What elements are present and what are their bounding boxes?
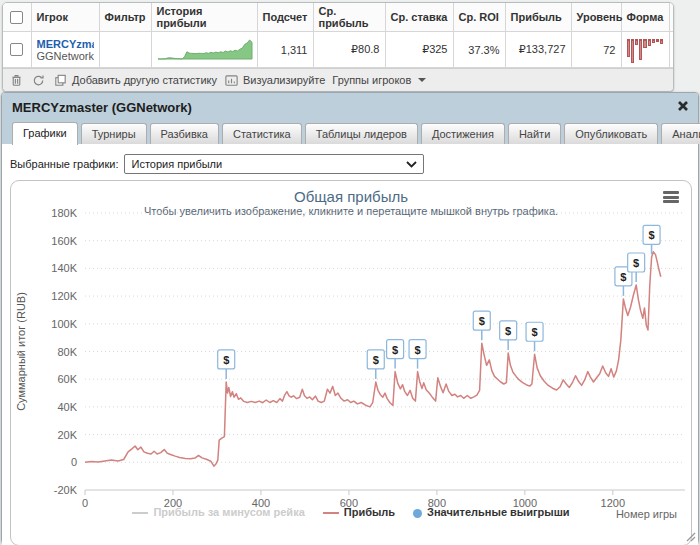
select-all-checkbox[interactable] <box>10 11 23 24</box>
column-header-filter[interactable]: Фильтр <box>99 3 151 32</box>
legend-item-wins[interactable]: Значительные выигрыши <box>413 506 570 518</box>
visualize-button[interactable]: Визуализируйте <box>224 73 325 88</box>
form-bar <box>631 39 634 63</box>
column-header-profit[interactable]: Прибыль <box>505 3 571 32</box>
column-header-avg-stake[interactable]: Ср. ставка <box>385 3 453 32</box>
svg-text:140K: 140K <box>51 262 77 274</box>
significant-win-marker[interactable]: $ <box>218 350 235 379</box>
form-bar <box>652 39 655 43</box>
avg-profit-cell: ₽80.8 <box>313 32 385 68</box>
add-stat-button[interactable]: Добавить другую статистику <box>53 73 217 88</box>
tab-таблицы-лидеров[interactable]: Таблицы лидеров <box>305 123 418 144</box>
tab-разбивка[interactable]: Разбивка <box>150 123 219 144</box>
tab-достижения[interactable]: Достижения <box>421 123 505 144</box>
panel-body: Выбранные графики: История прибыли Общая… <box>2 144 698 545</box>
x-axis-title: Номер игры <box>616 508 677 520</box>
tab-опубликовать[interactable]: Опубликовать <box>564 123 658 144</box>
player-groups-label: Группы игроков <box>332 74 411 86</box>
select-all-header <box>3 3 31 32</box>
significant-win-marker[interactable]: $ <box>500 321 517 350</box>
column-header-level[interactable]: Уровень <box>571 3 621 32</box>
chart-select-row: Выбранные графики: История прибыли <box>10 152 690 180</box>
svg-text:60K: 60K <box>57 373 77 385</box>
column-header-form[interactable]: Форма <box>621 3 669 32</box>
legend-item-profit[interactable]: Прибыль <box>323 506 395 518</box>
svg-text:100K: 100K <box>51 318 77 330</box>
svg-text:$: $ <box>223 354 229 366</box>
tab-графики[interactable]: Графики <box>12 122 78 145</box>
form-bar <box>627 39 630 57</box>
svg-text:$: $ <box>505 325 511 337</box>
add-stat-icon <box>53 73 68 88</box>
legend-dot-icon <box>413 509 422 518</box>
tab-статистика[interactable]: Статистика <box>222 123 302 144</box>
player-stats-widget: ИгрокФильтрИстория прибылиПодсчетСр. при… <box>2 2 674 92</box>
tab-турниры[interactable]: Турниры <box>81 123 147 144</box>
chart-type-select[interactable]: История прибыли <box>124 154 424 174</box>
form-cell <box>621 32 669 68</box>
svg-text:$: $ <box>633 257 639 269</box>
svg-text:$: $ <box>392 344 398 356</box>
significant-win-marker[interactable]: $ <box>473 311 490 340</box>
svg-text:0: 0 <box>71 456 77 468</box>
significant-win-marker[interactable]: $ <box>526 322 543 351</box>
svg-text:120K: 120K <box>51 290 77 302</box>
svg-text:-20K: -20K <box>54 484 78 496</box>
row-select-cell <box>3 32 31 68</box>
column-header-count[interactable]: Подсчет <box>257 3 313 32</box>
svg-text:160K: 160K <box>51 235 77 247</box>
form-bar <box>656 39 659 42</box>
column-header-avg-profit[interactable]: Ср. прибыль <box>313 3 385 32</box>
player-groups-dropdown[interactable]: Группы игроков <box>332 74 426 86</box>
refresh-icon[interactable] <box>31 73 46 88</box>
row-checkbox[interactable] <box>10 43 23 56</box>
svg-text:40K: 40K <box>57 401 77 413</box>
column-header-remove[interactable] <box>669 3 674 32</box>
filter-cell <box>99 32 151 68</box>
form-bar <box>639 39 642 60</box>
close-icon[interactable] <box>677 100 689 112</box>
significant-win-marker[interactable]: $ <box>367 350 384 379</box>
column-header-player[interactable]: Игрок <box>31 3 99 32</box>
chart-plot-area[interactable]: -20K020K40K60K80K100K120K140K160K180K020… <box>11 181 693 545</box>
tab-найти[interactable]: Найти <box>508 123 561 144</box>
avg-stake-cell: ₽325 <box>385 32 453 68</box>
profit-history-cell <box>151 32 257 68</box>
player-name-link[interactable]: MERCYzmaster <box>37 38 94 50</box>
trash-icon[interactable] <box>9 73 24 88</box>
significant-win-marker[interactable]: $ <box>643 225 660 254</box>
svg-text:$: $ <box>620 271 626 283</box>
selected-charts-label: Выбранные графики: <box>10 158 118 170</box>
legend-item-rake[interactable]: Прибыль за минусом рейка <box>132 506 304 518</box>
avg-roi-cell: 37.3% <box>453 32 505 68</box>
player-cell: MERCYzmaster GGNetwork <box>31 32 99 68</box>
tab-strip: ГрафикиТурнирыРазбивкаСтатистикаТаблицы … <box>10 121 690 144</box>
tab-аналитика[interactable]: Аналитика <box>661 123 700 144</box>
svg-text:$: $ <box>479 315 485 327</box>
visualize-label: Визуализируйте <box>243 74 325 86</box>
caret-down-icon <box>418 78 426 82</box>
stats-toolbar: Добавить другую статистику Визуализируйт… <box>3 68 673 91</box>
panel-title: MERCYzmaster (GGNetwork) <box>10 98 690 121</box>
column-header-profit-history[interactable]: История прибыли <box>151 3 257 32</box>
significant-win-marker[interactable]: $ <box>409 340 426 369</box>
svg-text:80K: 80K <box>57 346 77 358</box>
form-bar <box>643 39 646 48</box>
form-bar <box>635 39 638 45</box>
resize-grip-icon[interactable] <box>685 531 696 542</box>
legend-dash-icon <box>323 512 339 514</box>
svg-text:180K: 180K <box>51 207 77 219</box>
stats-header-row: ИгрокФильтрИстория прибылиПодсчетСр. при… <box>3 3 674 32</box>
legend-dash-icon <box>132 512 148 514</box>
column-header-avg-roi[interactable]: Ср. ROI <box>453 3 505 32</box>
profit-chart: Общая прибыль Чтобы увеличить изображени… <box>10 180 692 545</box>
svg-text:$: $ <box>531 326 537 338</box>
add-stat-label: Добавить другую статистику <box>72 74 217 86</box>
stats-table: ИгрокФильтрИстория прибылиПодсчетСр. при… <box>3 3 674 68</box>
count-cell: 1,311 <box>257 32 313 68</box>
player-network: GGNetwork <box>37 50 94 62</box>
chevron-down-icon <box>406 161 417 168</box>
significant-win-marker[interactable]: $ <box>387 340 404 369</box>
svg-text:$: $ <box>373 354 379 366</box>
svg-text:$: $ <box>649 229 655 241</box>
